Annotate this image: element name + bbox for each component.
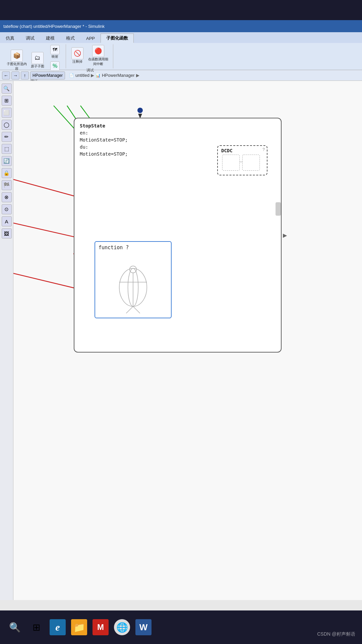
- state-container[interactable]: StopState en: MotionState=STOP; du: Moti…: [74, 118, 282, 353]
- tab-format[interactable]: 格式: [60, 34, 80, 43]
- ribbon: 仿真 调试 建模 格式 APP 子图化函数: [0, 32, 362, 70]
- ribbon-debug-items: 🚫 注释掉 🔴 在函数调用期间中断: [70, 44, 110, 67]
- svg-rect-7: [222, 155, 239, 170]
- lt-selection[interactable]: ◯: [2, 120, 12, 130]
- lt-image[interactable]: 🖼: [2, 228, 12, 238]
- up-button[interactable]: ↑: [21, 71, 29, 79]
- lt-rectangle[interactable]: ⬜: [2, 108, 12, 118]
- dcdc-corner: ?: [262, 147, 265, 152]
- dcdc-label: DCDC: [221, 148, 233, 153]
- lt-lock[interactable]: 🔒: [2, 168, 12, 178]
- state-entry: en:: [80, 129, 128, 137]
- svg-line-15: [133, 306, 140, 313]
- dcdc-box[interactable]: DCDC ?: [217, 145, 267, 175]
- breadcrumb: 📄 untitled ▶ 📊 HPowerManager ▶: [69, 73, 139, 78]
- svg-line-14: [126, 306, 133, 313]
- btn-map[interactable]: 🗺 映射: [47, 44, 63, 60]
- lt-text[interactable]: A: [2, 216, 12, 226]
- state-during-action: MotionState=STOP;: [80, 151, 128, 158]
- scroll-indicator[interactable]: [276, 202, 281, 216]
- svg-point-13: [130, 266, 137, 273]
- taskbar-word[interactable]: W: [135, 619, 152, 635]
- ribbon-tabs: 仿真 调试 建模 格式 APP 子图化函数: [0, 32, 362, 43]
- tab-simulation[interactable]: 仿真: [0, 34, 20, 43]
- watermark: CSDN @籽声斛语: [317, 631, 355, 637]
- taskbar-matlab[interactable]: M: [93, 619, 109, 635]
- break-icon: 🔴: [92, 45, 104, 57]
- taskbar-ie[interactable]: e: [50, 619, 66, 635]
- hpowermanager-nav[interactable]: HPowerManager: [30, 71, 65, 79]
- dcdc-inner-svg: [219, 153, 263, 173]
- main-canvas[interactable]: StopState en: MotionState=STOP; du: Moti…: [13, 81, 362, 600]
- function-box[interactable]: function ?: [95, 241, 172, 318]
- state-name: StopState: [80, 122, 128, 129]
- preview-icon: %: [50, 61, 60, 71]
- tab-debug[interactable]: 调试: [20, 34, 40, 43]
- map-icon: 🗺: [50, 45, 60, 54]
- entry-dot: [137, 108, 143, 113]
- state-during: du:: [80, 144, 128, 151]
- tab-app[interactable]: APP: [80, 34, 101, 43]
- left-toolbar: 🔍 ⊞ ⬜ ◯ ✏ ⬚ 🔄 🔒 🏁 ⊗ ⊙ A 🖼: [0, 81, 13, 600]
- taskbar: 🔍 ⊞ e 📁 M 🌐 W: [0, 610, 362, 644]
- back-button[interactable]: ←: [2, 71, 10, 79]
- state-entry-action: MotionState=STOP;: [80, 137, 128, 144]
- btn-comment-out[interactable]: 🚫 注释掉: [70, 47, 85, 65]
- tab-modeling[interactable]: 建模: [40, 34, 60, 43]
- lt-zoom[interactable]: 🔍: [2, 84, 12, 94]
- ribbon-group-component: 📦 子图化所选内容 🗂 原子子图 🗺 映射 %: [3, 44, 66, 68]
- screen: tateflow (chart) untitled/HPowerManager …: [0, 20, 362, 610]
- lt-circle[interactable]: ⊙: [2, 204, 12, 214]
- canvas-area: 🔍 ⊞ ⬜ ◯ ✏ ⬚ 🔄 🔒 🏁 ⊗ ⊙ A 🖼: [0, 81, 362, 600]
- ribbon-content: 📦 子图化所选内容 🗂 原子子图 🗺 映射 %: [0, 43, 362, 70]
- taskbar-chrome[interactable]: 🌐: [114, 619, 130, 635]
- state-label: StopState en: MotionState=STOP; du: Moti…: [80, 122, 128, 158]
- subgraph-icon: 📦: [11, 50, 23, 62]
- taskbar-windows[interactable]: ⊞: [28, 619, 44, 635]
- function-inner: [99, 254, 168, 314]
- function-diagram-svg: [99, 254, 168, 314]
- right-scroll-arrow: ▶: [283, 232, 287, 238]
- ribbon-group-debug: 🚫 注释掉 🔴 在函数调用期间中断 调试: [67, 44, 113, 68]
- btn-atomic[interactable]: 🗂 原子子图: [29, 51, 46, 69]
- lt-fit[interactable]: ⊞: [2, 96, 12, 106]
- title-bar: tateflow (chart) untitled/HPowerManager …: [0, 20, 362, 32]
- group-label-debug: 调试: [86, 68, 94, 73]
- taskbar-search[interactable]: 🔍: [7, 619, 23, 635]
- nav-toolbar: ← → ↑ HPowerManager 📄 untitled ▶ 📊 HPowe…: [0, 70, 362, 81]
- lt-history[interactable]: 🔄: [2, 156, 12, 166]
- title-text: tateflow (chart) untitled/HPowerManager …: [3, 24, 105, 29]
- svg-rect-8: [242, 155, 259, 170]
- lt-state[interactable]: ⬚: [2, 144, 12, 154]
- lt-flag[interactable]: 🏁: [2, 180, 12, 190]
- forward-button[interactable]: →: [11, 71, 19, 79]
- tab-subfunction[interactable]: 子图化函数: [101, 34, 134, 43]
- btn-subgraph-selected[interactable]: 📦 子图化所选内容: [5, 49, 28, 72]
- lt-pencil[interactable]: ✏: [2, 132, 12, 142]
- atomic-icon: 🗂: [32, 52, 44, 64]
- lt-cross[interactable]: ⊗: [2, 192, 12, 202]
- taskbar-explorer[interactable]: 📁: [71, 619, 87, 635]
- comment-icon: 🚫: [71, 47, 83, 59]
- btn-break-on-call[interactable]: 🔴 在函数调用期间中断: [86, 44, 110, 67]
- entry-point: [137, 108, 143, 118]
- function-label: function ?: [99, 245, 129, 251]
